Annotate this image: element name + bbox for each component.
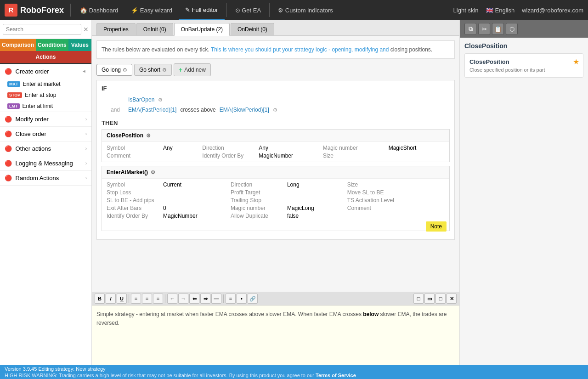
editor-redo[interactable]: ⇒: [200, 294, 210, 304]
info-text-link[interactable]: This is where you should put your strate…: [211, 46, 389, 53]
rule-tab-add-new[interactable]: + Add new: [174, 63, 211, 76]
lang-selector[interactable]: 🇬🇧 English: [486, 7, 515, 14]
label-direction-1: Direction: [202, 145, 257, 151]
editor-right-buttons: □ ▭ □ ✕: [413, 294, 457, 304]
editor-bold[interactable]: B: [95, 294, 105, 304]
editor-expand-1[interactable]: □: [413, 294, 424, 304]
section-close-order-header[interactable]: 🔴 Close order ›: [0, 127, 91, 141]
tab-values[interactable]: Values: [68, 39, 91, 51]
editor-expand-3[interactable]: □: [435, 294, 446, 304]
rule-tab-go-short[interactable]: Go short ⚙: [134, 64, 172, 76]
tab-properties[interactable]: Properties: [96, 23, 136, 35]
action-close-position-gear[interactable]: ⚙: [146, 133, 151, 139]
action-enter-at-market: EnterAtMarket() ⚙ Symbol Current Directi…: [102, 166, 450, 231]
star-button[interactable]: ★: [573, 57, 579, 66]
editor-align-left[interactable]: ≡: [131, 294, 141, 304]
condition-gear-2[interactable]: ⚙: [273, 107, 277, 113]
content-area: Properties OnInit (0) OnBarUpdate (2) On…: [92, 20, 459, 365]
tab-oninit[interactable]: OnInit (0): [136, 23, 173, 35]
section-logging-header[interactable]: 🔴 Logging & Messaging ›: [0, 156, 91, 170]
section-close-order: 🔴 Close order ›: [0, 127, 91, 141]
editor-close[interactable]: ✕: [447, 294, 457, 304]
editor-outdent[interactable]: ←: [167, 294, 177, 304]
editor-expand-2[interactable]: ▭: [424, 294, 435, 304]
rp-paste-button[interactable]: 📋: [492, 23, 504, 35]
nav-right: Light skin 🇬🇧 English wizard@roboforex.c…: [453, 7, 583, 14]
section-create-order-header[interactable]: 🔴 Create order ▼: [0, 64, 91, 79]
item-enter-at-market[interactable]: MKT Enter at market: [0, 79, 91, 90]
rule-tab-go-long[interactable]: Go long ⚙: [96, 64, 132, 76]
rp-cut-button[interactable]: ✂: [478, 23, 490, 35]
action-close-position: ClosePosition ⚙ Symbol Any Direction Any…: [102, 129, 450, 162]
rule-block: IF IsBarOpen ⚙ and EMA(FastPeriod)[1] cr…: [96, 80, 455, 240]
condition-gear-1[interactable]: ⚙: [158, 97, 163, 103]
sidebar: ✕ Comparison Conditions Values Actions 🔴…: [0, 20, 92, 365]
label-symbol-2: Symbol: [107, 181, 162, 188]
editor-italic[interactable]: I: [106, 294, 116, 304]
tab-ondeinit[interactable]: OnDeinit (0): [231, 23, 274, 35]
condition-ema-fast[interactable]: EMA(FastPeriod)[1]: [128, 107, 176, 113]
condition-item-isbaropen[interactable]: IsBarOpen: [128, 96, 154, 103]
label-size-2: Size: [347, 181, 412, 188]
item-enter-at-limit[interactable]: LMT Enter at limit: [0, 101, 91, 112]
condition-ema-slow[interactable]: EMA(SlowPeriod)[1]: [220, 107, 269, 113]
item-enter-at-stop[interactable]: STOP Enter at stop: [0, 90, 91, 101]
value-exit-after-bars: 0: [163, 205, 229, 211]
editor-align-right[interactable]: ≡: [153, 294, 163, 304]
editor-align-center[interactable]: ≡: [142, 294, 152, 304]
editor-underline[interactable]: U: [117, 294, 127, 304]
item-enter-at-stop-label: Enter at stop: [25, 92, 56, 98]
add-new-label: Add new: [184, 67, 206, 73]
editor-ol[interactable]: ≡: [226, 294, 236, 304]
go-short-gear-icon[interactable]: ⚙: [162, 67, 167, 73]
go-long-gear-icon[interactable]: ⚙: [123, 67, 127, 73]
nav-separator-1: [226, 3, 227, 17]
editor-hr[interactable]: —: [211, 294, 221, 304]
skin-selector[interactable]: Light skin: [453, 7, 479, 14]
logo-icon: R: [5, 4, 17, 17]
section-other-actions-header[interactable]: 🔴 Other actions ›: [0, 141, 91, 156]
label-trailing-stop: Trailing Stop: [231, 197, 286, 204]
nav-full-editor[interactable]: ✎ Full editor: [179, 0, 225, 20]
editor-indent[interactable]: →: [178, 294, 188, 304]
section-random-actions-header[interactable]: 🔴 Random Actions ›: [0, 171, 91, 185]
other-actions-chevron: ›: [85, 146, 87, 151]
item-enter-at-limit-label: Enter at limit: [23, 103, 53, 109]
nav-dashboard[interactable]: 🏠 Dashboard: [74, 0, 124, 20]
search-bar: ✕: [0, 20, 91, 39]
rule-area: The rules below are evaluated on every t…: [92, 36, 459, 292]
label-sl-be-pips: SL to BE - Add pips: [107, 197, 162, 204]
search-input[interactable]: [3, 24, 81, 35]
tab-comparison[interactable]: Comparison: [0, 39, 36, 51]
editor-undo[interactable]: ⇐: [189, 294, 199, 304]
action-close-position-header: ClosePosition ⚙: [102, 130, 449, 142]
item-enter-at-market-label: Enter at market: [23, 81, 61, 87]
random-actions-icon: 🔴: [5, 175, 12, 181]
editor-sep-2: [165, 294, 165, 303]
action-enter-at-market-gear[interactable]: ⚙: [151, 170, 155, 175]
value-allow-duplicate: false: [287, 213, 346, 219]
nav-custom-indicators[interactable]: ⚙ Custom indicators: [271, 0, 339, 20]
nav-get-ea[interactable]: ⊙ Get EA: [229, 0, 268, 20]
tos-link[interactable]: Terms of Service: [316, 373, 356, 378]
tab-onbarupdate[interactable]: OnBarUpdate (2): [174, 23, 230, 36]
label-profit-target: Profit Target: [231, 189, 286, 196]
logging-icon: 🔴: [5, 160, 12, 167]
editor-content[interactable]: Simple strategy - entering at market whe…: [92, 305, 459, 365]
rp-copy-button[interactable]: ⧉: [464, 23, 476, 35]
clear-search-button[interactable]: ✕: [83, 26, 89, 33]
editor-ul[interactable]: •: [237, 294, 247, 304]
nav-easy-wizard[interactable]: ⚡ Easy wizard: [124, 0, 179, 20]
label-exit-after-bars: Exit After Bars: [107, 205, 162, 211]
editor-link[interactable]: 🔗: [248, 294, 258, 304]
rp-share-button[interactable]: ⬡: [506, 23, 518, 35]
tab-actions[interactable]: Actions: [0, 51, 91, 64]
note-button[interactable]: Note: [426, 221, 447, 232]
logo: R RoboForex: [5, 4, 71, 17]
tab-conditions[interactable]: Conditions: [36, 39, 68, 51]
label-allow-duplicate: Allow Duplicate: [231, 213, 286, 219]
user-email[interactable]: wizard@roboforex.com: [522, 7, 583, 14]
section-modify-order-header[interactable]: 🔴 Modify order ›: [0, 112, 91, 126]
action-card-desc: Close specified position or its part: [469, 67, 578, 73]
section-logging: 🔴 Logging & Messaging ›: [0, 156, 91, 171]
